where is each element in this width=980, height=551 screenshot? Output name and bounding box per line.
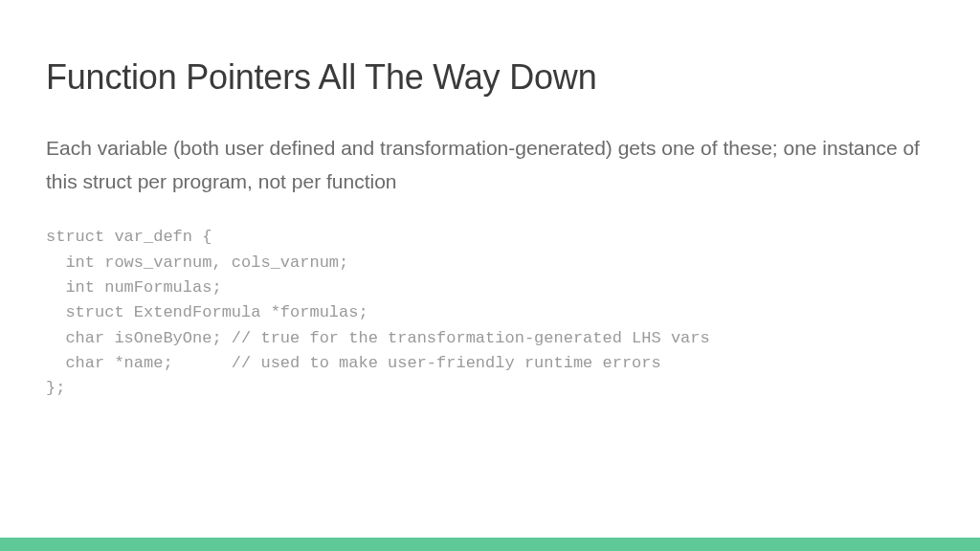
slide-content: Function Pointers All The Way Down Each …: [0, 0, 980, 551]
code-block: struct var_defn { int rows_varnum, cols_…: [46, 225, 934, 401]
slide-title: Function Pointers All The Way Down: [46, 57, 934, 98]
slide-description: Each variable (both user defined and tra…: [46, 132, 934, 198]
accent-bar: [0, 538, 980, 551]
